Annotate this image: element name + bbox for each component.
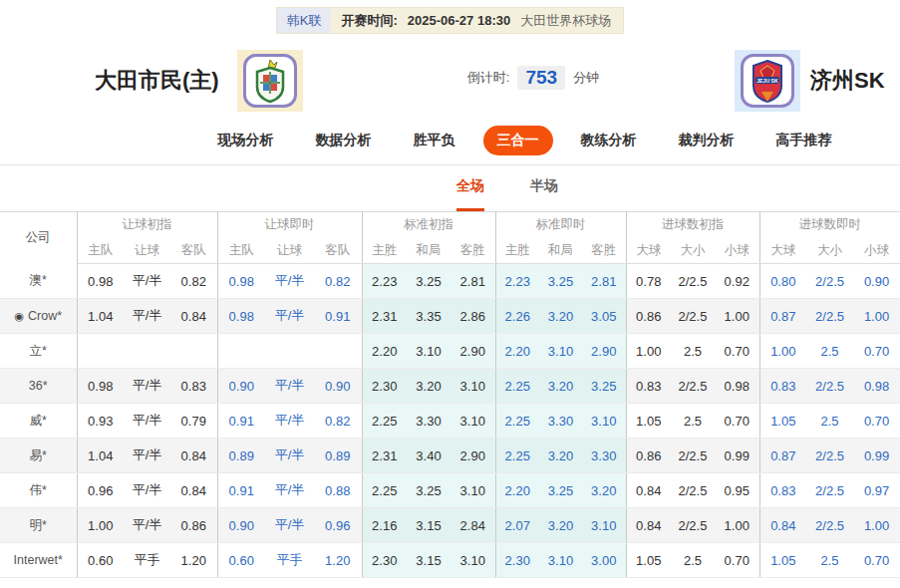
odds-cell: 3.15 [407, 508, 450, 543]
bookmaker-name[interactable]: 威* [0, 404, 77, 439]
odds-cell: 0.90 [217, 369, 265, 404]
subtab[interactable]: 全场 [456, 177, 484, 211]
bookmaker-name[interactable]: 澳* [0, 264, 77, 299]
nav-tabs: 现场分析数据分析胜平负三合一教练分析裁判分析高手推荐 [0, 120, 900, 165]
odds-cell: 3.20 [582, 473, 626, 508]
odds-cell [265, 334, 314, 369]
odds-cell: 1.20 [170, 543, 217, 578]
odds-cell: 0.90 [314, 369, 362, 404]
nav-tab[interactable]: 现场分析 [204, 126, 288, 155]
sub-column-header: 大球 [626, 238, 671, 264]
odds-cell: 0.83 [170, 369, 217, 404]
venue-name: 大田世界杯球场 [520, 12, 611, 30]
bookmaker-name[interactable]: ◉Crow* [0, 299, 77, 334]
odds-cell: 0.84 [626, 473, 671, 508]
odds-cell: 2.5 [671, 543, 715, 578]
odds-cell: 0.83 [759, 473, 806, 508]
top-info-bar: 韩K联 开赛时间: 2025-06-27 18:30 大田世界杯球场 [0, 0, 900, 34]
odds-cell: 2.25 [362, 404, 407, 439]
odds-cell: 2.25 [362, 473, 407, 508]
odds-cell: 1.00 [715, 508, 759, 543]
bookmaker-name[interactable]: 易* [0, 439, 77, 473]
home-team: 大田市民(主) [95, 50, 303, 112]
odds-cell: 0.98 [715, 369, 759, 404]
sub-column-header: 让球 [124, 238, 170, 264]
nav-tab[interactable]: 数据分析 [302, 126, 386, 155]
odds-cell: 2.25 [495, 439, 539, 473]
odds-table: 公司 让球初指 让球即时 标准初指 标准即时 进球数初指 进球数即时 主队让球客… [0, 211, 900, 578]
odds-cell: 0.89 [217, 439, 265, 473]
odds-cell: 2.25 [495, 404, 539, 439]
odds-cell: 3.10 [582, 508, 626, 543]
odds-cell: 1.05 [759, 404, 806, 439]
nav-tab[interactable]: 裁判分析 [665, 126, 749, 155]
company-column-header: 公司 [0, 212, 77, 264]
odds-cell: 平/半 [265, 299, 314, 334]
odds-cell: 0.98 [77, 369, 124, 404]
sub-column-header: 客胜 [582, 238, 626, 264]
odds-cell: 0.82 [170, 264, 217, 299]
odds-cell: 0.88 [314, 473, 362, 508]
odds-cell: 0.78 [626, 264, 671, 299]
odds-cell: 0.83 [759, 369, 806, 404]
sub-column-header: 主胜 [495, 238, 539, 264]
odds-cell: 0.70 [715, 543, 759, 578]
odds-cell: 1.00 [77, 508, 124, 543]
odds-cell: 0.87 [759, 299, 806, 334]
odds-cell: 0.87 [759, 439, 806, 473]
odds-cell: 3.20 [539, 508, 582, 543]
countdown-label: 倒计时: [467, 69, 510, 87]
sub-column-header: 主队 [217, 238, 265, 264]
away-team: JEJU SK 济州SK [735, 50, 885, 112]
odds-cell [124, 334, 170, 369]
away-crest-icon: JEJU SK [748, 58, 787, 104]
odds-cell: 0.82 [314, 404, 362, 439]
odds-cell: 1.20 [314, 543, 362, 578]
odds-cell: 平/半 [124, 369, 170, 404]
table-row: 澳*0.98平/半0.820.98平/半0.822.233.252.812.23… [0, 264, 900, 299]
soccer-ball-icon: ◉ [14, 310, 24, 323]
table-sub-header-row: 主队让球客队主队让球客队主胜和局客胜主胜和局客胜大球大小小球大球大小小球 [0, 238, 900, 264]
sub-column-header: 让球 [265, 238, 314, 264]
odds-cell: 2/2.5 [806, 439, 853, 473]
odds-cell [77, 334, 124, 369]
odds-cell: 0.84 [759, 508, 806, 543]
odds-cell: 1.05 [626, 404, 671, 439]
odds-cell: 0.96 [77, 473, 124, 508]
odds-cell: 1.04 [77, 299, 124, 334]
odds-cell: 1.00 [759, 334, 806, 369]
odds-cell: 2.30 [362, 369, 407, 404]
odds-cell: 2.81 [450, 264, 495, 299]
odds-cell: 3.30 [582, 439, 626, 473]
league-badge[interactable]: 韩K联 [277, 8, 332, 33]
nav-tab[interactable]: 教练分析 [567, 126, 651, 155]
odds-cell: 平/半 [124, 439, 170, 473]
bookmaker-name[interactable]: 伟* [0, 473, 77, 508]
nav-tab[interactable]: 胜平负 [400, 126, 469, 155]
odds-cell: 0.93 [77, 404, 124, 439]
bookmaker-name[interactable]: 明* [0, 508, 77, 543]
sub-column-header: 大小 [671, 238, 715, 264]
odds-cell: 0.99 [715, 439, 759, 473]
nav-tab[interactable]: 高手推荐 [762, 126, 846, 155]
odds-cell: 2.5 [671, 334, 715, 369]
odds-cell: 0.82 [314, 264, 362, 299]
odds-cell: 3.20 [407, 369, 450, 404]
odds-cell: 3.10 [539, 543, 582, 578]
odds-cell: 2.84 [450, 508, 495, 543]
subtab[interactable]: 半场 [530, 177, 558, 211]
odds-cell: 3.10 [407, 334, 450, 369]
bookmaker-name[interactable]: 立* [0, 334, 77, 369]
bookmaker-name[interactable]: 36* [0, 369, 77, 404]
group-header: 进球数初指 [626, 212, 759, 238]
group-header: 让球初指 [77, 212, 217, 238]
odds-cell: 3.25 [539, 264, 582, 299]
odds-cell: 0.60 [77, 543, 124, 578]
bookmaker-name[interactable]: Interwet* [0, 543, 77, 578]
nav-tab[interactable]: 三合一 [483, 126, 553, 155]
away-team-logo: JEJU SK [735, 50, 800, 112]
odds-cell: 0.84 [626, 508, 671, 543]
odds-cell: 3.35 [407, 299, 450, 334]
odds-cell: 0.70 [715, 334, 759, 369]
odds-cell: 平/半 [265, 508, 314, 543]
